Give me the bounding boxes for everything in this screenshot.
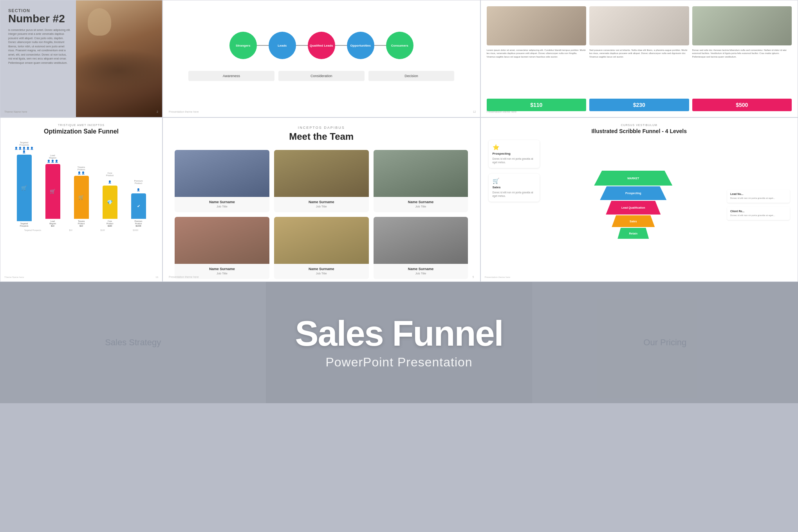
sf-step-5: PremiumProduct 👤 ✔ PremiumProduct $1000 bbox=[125, 180, 152, 227]
scribble-card-text-2: Donec id elit non mi porta gravida at eg… bbox=[493, 191, 536, 198]
slide1-photo bbox=[76, 0, 162, 117]
funnel-label-leads: Leads bbox=[278, 44, 287, 47]
pricing-badge-2: $230 bbox=[589, 99, 689, 111]
team-name-6: Name Surname bbox=[408, 267, 434, 271]
sf-step-3: TripwireProduct 👤 👤 🛒 TripwireProduct $1… bbox=[67, 166, 95, 227]
sf-bar-1: 🛒 bbox=[17, 155, 32, 221]
funnel-label-strangers: Strangers bbox=[236, 44, 250, 47]
slide-meet-team: INCEPTOS DAPIBUS Meet the Team Name Surn… bbox=[162, 117, 480, 282]
funnel-circle-consumers: Consumers bbox=[386, 32, 413, 59]
sf-people-3: 👤 👤 bbox=[72, 171, 91, 175]
team-photo-5 bbox=[274, 217, 369, 264]
team-name-4: Name Surname bbox=[209, 267, 235, 271]
sf-name-4: CoreProduct bbox=[107, 220, 113, 225]
slide4-content: TRISTIQUE AMET INCEPTOS Optimization Sal… bbox=[0, 118, 162, 281]
funnel-circle-leads: Leads bbox=[269, 32, 296, 59]
sf-bar-icon-1: 🛒 bbox=[21, 185, 27, 191]
trap-label-prospecting: Prospecting bbox=[625, 192, 641, 195]
person-icon: 👤 bbox=[108, 180, 112, 183]
team-job-2: Job Title bbox=[316, 205, 327, 208]
scribble-card-text-1: Donec id elit non mi porta gravida at eg… bbox=[493, 157, 536, 164]
slide-section-header: section Number #2 is consectetur purus s… bbox=[0, 0, 162, 117]
pricing-text-col-1: Lorem ipsum dolor sit amet, consectetur … bbox=[487, 49, 587, 96]
scribble-left-panel: ⭐ Prospecting Donec id elit non mi porta… bbox=[489, 140, 540, 269]
slide4-label-targeted: Targeted Prospects bbox=[24, 229, 41, 231]
scribble-right-card-1: Lead Nu... Donec id elit non mi porta gr… bbox=[727, 189, 790, 203]
slide-scribble-funnel: CURSUS VESTIBULUM Illustrated Scribble F… bbox=[480, 117, 798, 282]
slide5-content: INCEPTOS DAPIBUS Meet the Team Name Surn… bbox=[163, 118, 480, 281]
slide3-content: Lorem ipsum dolor sit amet, consectetur … bbox=[481, 0, 798, 117]
slide-optimization-funnel: TRISTIQUE AMET INCEPTOS Optimization Sal… bbox=[0, 117, 162, 282]
pricing-text-col-3: Donac sed odio dui. Aenean lacinia biben… bbox=[692, 49, 792, 96]
sf-name-2: LeadMagnet bbox=[49, 220, 56, 225]
team-job-3: Job Title bbox=[415, 205, 426, 208]
team-card-6: Name Surname Job Title bbox=[374, 217, 468, 279]
funnel-stage-awareness: Awareness bbox=[188, 71, 274, 81]
person-icon: 👤 bbox=[14, 147, 18, 150]
slide3-texts: Lorem ipsum dolor sit amet, consectetur … bbox=[487, 49, 792, 96]
team-grid: Name Surname Job Title Name Surname Job … bbox=[175, 150, 468, 279]
slide4-subtitle: TRISTIQUE AMET INCEPTOS bbox=[8, 124, 154, 126]
bottom-hint-slides: Sales Strategy Our Pricing bbox=[0, 282, 798, 403]
sf-name-5: PremiumProduct bbox=[134, 220, 142, 225]
sf-label-top-4: CoreProduct bbox=[106, 172, 114, 177]
hint-center-space bbox=[266, 282, 532, 403]
team-job-1: Job Title bbox=[217, 205, 227, 208]
trap-label-sales: Sales bbox=[630, 220, 637, 223]
funnel-arrow-4 bbox=[374, 45, 386, 46]
pricing-badge-1: $110 bbox=[487, 99, 587, 111]
pricing-text-1: Lorem ipsum dolor sit amet, consectetur … bbox=[487, 49, 586, 58]
trap-label-market: MARKET bbox=[627, 177, 639, 180]
team-photo-3 bbox=[374, 150, 468, 197]
scribble-right-text-1: Donec id elit non mi porta gravida at eg… bbox=[730, 197, 787, 200]
funnel-circle-strangers: Strangers bbox=[229, 32, 257, 59]
sf-bar-icon-3: 🛒 bbox=[78, 195, 84, 200]
sf-people-4: 👤 bbox=[108, 177, 112, 184]
slide5-page-number: 5 bbox=[473, 276, 474, 278]
pricing-text-col-2: Sed posuere consectetur est at lobortis.… bbox=[589, 49, 689, 96]
pricing-photo-3 bbox=[692, 6, 792, 45]
hint-left-label: Sales Strategy bbox=[105, 337, 161, 348]
trap-prospecting: Prospecting bbox=[600, 186, 666, 200]
person-icon: 👤 bbox=[47, 160, 51, 163]
sf-price-2: $10 bbox=[51, 225, 54, 227]
team-photo-4 bbox=[175, 217, 269, 264]
slide5-title: Meet the Team bbox=[175, 131, 468, 142]
team-name-3: Name Surname bbox=[408, 200, 434, 204]
trap-label-retain: Retain bbox=[629, 232, 637, 235]
slide4-bottom-labels: Targeted Prospects $10 $100 $1000 bbox=[8, 229, 154, 231]
sf-price-4: $100 bbox=[108, 225, 112, 227]
trap-market: MARKET bbox=[594, 171, 672, 186]
scribble-card-sales: 🛒 Sales Donec id elit non mi porta gravi… bbox=[489, 174, 540, 202]
team-card-3: Name Surname Job Title bbox=[374, 150, 468, 212]
funnel-label-consumers: Consumers bbox=[391, 44, 408, 47]
team-card-4: Name Surname Job Title bbox=[175, 217, 269, 279]
slide-funnel-flow: Strangers Leads Qualified Leads Opportun… bbox=[162, 0, 480, 117]
funnel-circle-opportunities: Opportunities bbox=[347, 32, 374, 59]
main-grid: section Number #2 is consectetur purus s… bbox=[0, 0, 798, 532]
scribble-icon-star: ⭐ bbox=[493, 144, 536, 150]
slide5-footer: Presentation theme here bbox=[169, 276, 199, 278]
scribble-card-prospecting: ⭐ Prospecting Donec id elit non mi porta… bbox=[489, 140, 540, 168]
slide3-badges: $110 $230 $500 bbox=[487, 99, 792, 111]
sf-label-top-5: PremiumProduct bbox=[134, 180, 143, 184]
person-icon: 👤 bbox=[137, 188, 140, 191]
slide2-footer: Presentation theme here bbox=[169, 110, 199, 113]
slide6-subtitle: CURSUS VESTIBULUM bbox=[489, 124, 790, 126]
slide4-page-number: 16 bbox=[155, 276, 158, 278]
sf-people-5: 👤 bbox=[137, 185, 140, 192]
scribble-card-title-2: Sales bbox=[493, 186, 536, 189]
sf-bar-4: 💎 bbox=[103, 186, 117, 219]
person-icon: 👤 bbox=[22, 150, 26, 153]
sf-step-1: TargetedProspects 👤 👤 👤 👤 👤 👤 🛒 Targeted… bbox=[10, 141, 38, 227]
sf-bar-5: ✔ bbox=[131, 193, 146, 219]
team-card-1: Name Surname Job Title bbox=[175, 150, 269, 212]
slide5-subtitle: INCEPTOS DAPIBUS bbox=[175, 126, 468, 130]
person-icon: 👤 bbox=[22, 147, 26, 150]
sf-label-top-3: TripwireProduct bbox=[78, 166, 85, 171]
person-icon: 👤 bbox=[26, 147, 30, 150]
person-icon: 👤 bbox=[18, 147, 22, 150]
slide4-label-10: $10 bbox=[69, 229, 72, 231]
funnel-label-qualified: Qualified Leads bbox=[310, 44, 333, 47]
slide2-page-number: 12 bbox=[473, 110, 476, 113]
